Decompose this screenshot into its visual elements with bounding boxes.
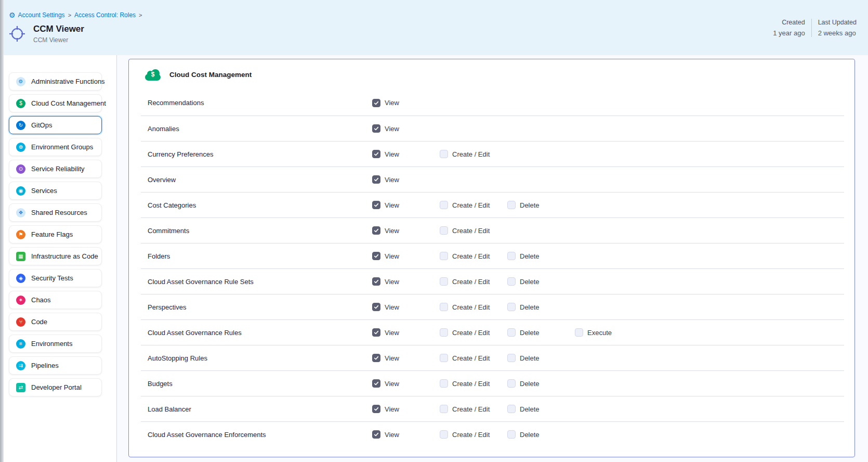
execute-checkbox[interactable]	[575, 328, 583, 337]
sidebar-item-shared-resources[interactable]: ❖ Shared Resources	[9, 203, 102, 222]
create-edit-checkbox[interactable]	[440, 277, 448, 286]
delete-checkbox[interactable]	[507, 277, 516, 286]
view-permission[interactable]: View	[372, 150, 440, 158]
create-edit-permission[interactable]: Create / Edit	[440, 328, 507, 337]
create-edit-permission[interactable]: Create / Edit	[440, 379, 507, 388]
view-permission[interactable]: View	[372, 277, 440, 286]
sidebar-item-security-tests[interactable]: ◈ Security Tests	[9, 269, 102, 287]
sidebar-item-code[interactable]: ⑂ Code	[9, 313, 102, 331]
last-updated-meta: Last Updated 2 weeks ago	[812, 19, 857, 37]
delete-permission[interactable]: Delete	[507, 303, 575, 311]
permission-row-folders: Folders ViewCreate / EditDelete	[141, 243, 844, 268]
breadcrumb: ⚙ Account Settings > Access Control: Rol…	[9, 11, 143, 19]
sidebar-item-feature-flags[interactable]: ⚑ Feature Flags	[9, 225, 102, 243]
view-checkbox[interactable]	[372, 124, 380, 133]
sidebar-item-environment-groups[interactable]: ⊕ Environment Groups	[9, 138, 102, 156]
sidebar-item-environments[interactable]: ≡ Environments	[9, 335, 102, 353]
delete-permission[interactable]: Delete	[507, 277, 575, 286]
view-checkbox[interactable]	[372, 379, 380, 388]
view-checkbox[interactable]	[372, 354, 380, 362]
view-checkbox[interactable]	[372, 430, 380, 439]
breadcrumb-access-control-roles[interactable]: Access Control: Roles	[74, 11, 136, 19]
create-edit-checkbox[interactable]	[440, 354, 448, 362]
view-permission[interactable]: View	[372, 99, 440, 107]
breadcrumb-account-settings[interactable]: Account Settings	[18, 11, 65, 19]
delete-checkbox[interactable]	[507, 354, 516, 362]
view-checkbox[interactable]	[372, 201, 380, 209]
create-edit-permission[interactable]: Create / Edit	[440, 150, 507, 158]
delete-checkbox[interactable]	[507, 405, 516, 413]
sidebar-item-infrastructure-as-code[interactable]: ▦ Infrastructure as Code	[9, 247, 102, 265]
create-edit-permission[interactable]: Create / Edit	[440, 201, 507, 209]
delete-checkbox[interactable]	[507, 328, 516, 337]
view-permission[interactable]: View	[372, 354, 440, 362]
sidebar-item-developer-portal[interactable]: ⇄ Developer Portal	[9, 378, 102, 396]
create-edit-checkbox[interactable]	[440, 430, 448, 439]
sidebar-item-label: Shared Resources	[31, 209, 87, 216]
delete-permission[interactable]: Delete	[507, 354, 575, 362]
create-edit-permission[interactable]: Create / Edit	[440, 430, 507, 439]
execute-permission[interactable]: Execute	[575, 328, 642, 337]
view-checkbox[interactable]	[372, 175, 380, 184]
view-checkbox[interactable]	[372, 328, 380, 337]
view-checkbox[interactable]	[372, 150, 380, 158]
delete-permission[interactable]: Delete	[507, 379, 575, 388]
permission-label: View	[385, 431, 399, 439]
permission-label: Create / Edit	[452, 252, 490, 260]
delete-checkbox[interactable]	[507, 201, 516, 209]
view-permission[interactable]: View	[372, 405, 440, 413]
view-checkbox[interactable]	[372, 99, 380, 107]
sidebar-item-administrative-functions[interactable]: ⚙ Administrative Functions	[9, 72, 102, 91]
sidebar-item-services[interactable]: ◉ Services	[9, 182, 102, 200]
view-permission[interactable]: View	[372, 430, 440, 439]
sidebar-item-chaos[interactable]: ✶ Chaos	[9, 291, 102, 309]
view-checkbox[interactable]	[372, 252, 380, 260]
create-edit-checkbox[interactable]	[440, 201, 448, 209]
delete-checkbox[interactable]	[507, 430, 516, 439]
view-permission[interactable]: View	[372, 226, 440, 235]
create-edit-checkbox[interactable]	[440, 328, 448, 337]
sidebar-item-gitops[interactable]: ↻ GitOps	[9, 116, 102, 134]
sidebar-item-label: Code	[31, 318, 47, 326]
permission-row-cloud-asset-governance-rule-sets: Cloud Asset Governance Rule Sets ViewCre…	[141, 268, 844, 294]
view-permission[interactable]: View	[372, 328, 440, 337]
create-edit-permission[interactable]: Create / Edit	[440, 252, 507, 260]
view-checkbox[interactable]	[372, 277, 380, 286]
create-edit-permission[interactable]: Create / Edit	[440, 354, 507, 362]
view-permission[interactable]: View	[372, 201, 440, 209]
create-edit-checkbox[interactable]	[440, 379, 448, 388]
view-checkbox[interactable]	[372, 303, 380, 311]
create-edit-checkbox[interactable]	[440, 303, 448, 311]
view-permission[interactable]: View	[372, 252, 440, 260]
delete-checkbox[interactable]	[507, 303, 516, 311]
sidebar-item-label: Environment Groups	[31, 143, 93, 151]
window-edge-strip	[0, 0, 4, 462]
view-permission[interactable]: View	[372, 303, 440, 311]
view-checkbox[interactable]	[372, 226, 380, 235]
delete-permission[interactable]: Delete	[507, 405, 575, 413]
delete-permission[interactable]: Delete	[507, 201, 575, 209]
sidebar-item-cloud-cost-management[interactable]: $ Cloud Cost Management	[9, 94, 102, 112]
delete-permission[interactable]: Delete	[507, 328, 575, 337]
create-edit-checkbox[interactable]	[440, 405, 448, 413]
view-permission[interactable]: View	[372, 124, 440, 133]
view-permission[interactable]: View	[372, 175, 440, 184]
create-edit-permission[interactable]: Create / Edit	[440, 226, 507, 235]
delete-permission[interactable]: Delete	[507, 252, 575, 260]
view-permission[interactable]: View	[372, 379, 440, 388]
delete-checkbox[interactable]	[507, 379, 516, 388]
create-edit-checkbox[interactable]	[440, 226, 448, 235]
view-checkbox[interactable]	[372, 405, 380, 413]
delete-checkbox[interactable]	[507, 252, 516, 260]
sidebar-item-pipelines[interactable]: ⇉ Pipelines	[9, 356, 102, 375]
create-edit-permission[interactable]: Create / Edit	[440, 405, 507, 413]
resource-label: Cloud Asset Governance Rules	[148, 329, 372, 337]
create-edit-checkbox[interactable]	[440, 252, 448, 260]
sidebar-item-service-reliability[interactable]: ⊙ Service Reliability	[9, 160, 102, 178]
permission-label: View	[385, 150, 399, 158]
create-edit-permission[interactable]: Create / Edit	[440, 277, 507, 286]
delete-permission[interactable]: Delete	[507, 430, 575, 439]
create-edit-permission[interactable]: Create / Edit	[440, 303, 507, 311]
create-edit-checkbox[interactable]	[440, 150, 448, 158]
permission-rows: Recommendations View Anomalies View Curr…	[141, 90, 844, 447]
